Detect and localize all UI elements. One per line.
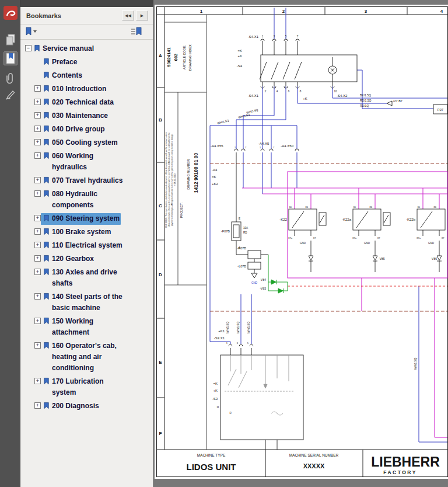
- bookmark-label[interactable]: 110 Electrical system: [52, 240, 123, 251]
- label-a4x5: -A4.X5: [258, 142, 270, 145]
- bookmark-item-090-steering-system[interactable]: + 090 Steering system: [20, 213, 152, 225]
- label-eqk-s3: =K: [213, 382, 218, 385]
- expand-plus-icon[interactable]: +: [34, 139, 41, 145]
- bookmark-item-020-technical-data[interactable]: + 020 Technical data: [20, 97, 152, 109]
- bookmark-label[interactable]: 020 Technical data: [52, 97, 114, 108]
- bookmark-item-100-brake-system[interactable]: + 100 Brake system: [20, 227, 152, 238]
- expand-plus-icon[interactable]: +: [34, 177, 41, 183]
- pin-2: 2: [265, 90, 267, 93]
- bookmark-label[interactable]: 160 Operator's cab, heating and air cond…: [52, 340, 125, 374]
- bookmark-label[interactable]: 100 Brake system: [52, 227, 111, 238]
- bookmark-flag-icon: [43, 214, 50, 222]
- bookmark-label[interactable]: 030 Maintenance: [52, 110, 108, 121]
- drawing-index-value: 002: [173, 54, 178, 61]
- expand-plus-icon[interactable]: +: [34, 112, 41, 119]
- bookmark-item-130-axles[interactable]: + 130 Axles and drive shafts: [20, 267, 152, 290]
- expand-plus-icon[interactable]: +: [34, 190, 41, 197]
- bookmark-label[interactable]: Contents: [52, 70, 82, 81]
- pin-x55-1: 1: [235, 146, 236, 149]
- bookmark-item-120-gearbox[interactable]: + 120 Gearbox: [20, 253, 152, 265]
- magenta-wires: [242, 172, 447, 437]
- bookmark-label[interactable]: 060 Working hydraulics: [52, 151, 125, 173]
- bookmark-flag-icon: [43, 293, 50, 300]
- panel-collapse-button[interactable]: ◀◀: [122, 11, 134, 20]
- bookmark-label[interactable]: 120 Gearbox: [52, 253, 94, 265]
- expand-plus-icon[interactable]: +: [34, 242, 41, 248]
- page-thumbnails-icon[interactable]: [4, 33, 18, 47]
- row-label-c: C: [159, 203, 162, 208]
- bookmark-item-service-manual[interactable]: − Service manual: [20, 43, 152, 55]
- label-rd: RD: [243, 231, 247, 234]
- navigation-toolstrip: [0, 0, 20, 487]
- small-note: © 06.03.2013: [174, 173, 176, 186]
- label-v85: -V85: [379, 257, 385, 260]
- expand-plus-icon[interactable]: +: [34, 402, 41, 409]
- expand-plus-icon[interactable]: +: [34, 228, 41, 235]
- expand-plus-icon[interactable]: +: [34, 342, 41, 349]
- expand-plus-icon[interactable]: +: [34, 293, 41, 300]
- expand-plus-icon[interactable]: +: [34, 152, 41, 159]
- bookmark-item-150-working-attachment[interactable]: + 150 Working attachment: [20, 316, 152, 339]
- collapse-minus-icon[interactable]: −: [25, 45, 32, 51]
- s3-internal-mechanism: [225, 355, 295, 415]
- pin-10: 10: [334, 90, 337, 93]
- label-v83: -V83: [260, 287, 266, 290]
- bookmark-label[interactable]: 050 Cooling system: [52, 137, 118, 148]
- expand-plus-icon[interactable]: +: [34, 255, 41, 262]
- app-icon[interactable]: [4, 6, 18, 20]
- bookmark-label[interactable]: 150 Working attachment: [52, 316, 125, 338]
- bookmark-label[interactable]: 130 Axles and drive shafts: [52, 267, 125, 289]
- expand-plus-icon[interactable]: +: [34, 215, 41, 221]
- bookmark-item-contents[interactable]: Contents: [20, 70, 152, 82]
- pin-s3-5: 5: [247, 342, 249, 345]
- label-gnd-blue: GND: [251, 281, 258, 284]
- bookmark-label[interactable]: 010 Introduction: [52, 84, 106, 95]
- attachments-icon[interactable]: [4, 71, 18, 85]
- expand-current-bookmark-icon[interactable]: [131, 27, 146, 39]
- bookmark-item-070-travel-hydraulics[interactable]: + 070 Travel hydraulics: [20, 175, 152, 187]
- label-plusk2: +K2: [212, 182, 219, 186]
- bookmark-options-icon[interactable]: [25, 27, 39, 39]
- bookmark-label[interactable]: 040 Drive group: [52, 124, 105, 135]
- bookmark-item-170-lubrication[interactable]: + 170 Lubrication system: [20, 376, 152, 399]
- bookmark-item-preface[interactable]: Preface: [20, 57, 152, 68]
- bookmark-item-050-cooling-system[interactable]: + 050 Cooling system: [20, 137, 152, 149]
- expand-plus-icon[interactable]: +: [34, 126, 41, 132]
- label-wh15q-2: WH/1.5Q: [238, 113, 251, 119]
- bookmark-flag-icon: [43, 317, 50, 325]
- bookmark-flag-icon: [43, 152, 50, 159]
- bookmark-item-200-diagnosis[interactable]: + 200 Diagnosis: [20, 401, 152, 412]
- expand-plus-icon[interactable]: +: [34, 85, 41, 92]
- bookmark-item-060-working-hydraulics[interactable]: + 060 Working hydraulics: [20, 151, 152, 173]
- pin-3: 3: [274, 35, 275, 38]
- bookmark-label[interactable]: Service manual: [43, 43, 94, 54]
- bookmark-item-010-introduction[interactable]: + 010 Introduction: [20, 84, 152, 95]
- bookmark-item-140-steel-parts[interactable]: + 140 Steel parts of the basic machine: [20, 291, 152, 314]
- bookmark-label[interactable]: 140 Steel parts of the basic machine: [52, 291, 125, 314]
- expand-plus-icon[interactable]: +: [34, 99, 41, 105]
- label-v86: -V86: [430, 257, 437, 260]
- bookmark-label[interactable]: 170 Lubrication system: [52, 376, 125, 398]
- expand-plus-icon[interactable]: +: [34, 318, 41, 324]
- label-s4x1-top: -S4.X1: [248, 35, 259, 39]
- bookmark-label[interactable]: 090 Steering system: [52, 213, 120, 224]
- expand-plus-icon[interactable]: +: [34, 269, 41, 275]
- bookmark-item-030-maintenance[interactable]: + 030 Maintenance: [20, 110, 152, 122]
- bookmark-label[interactable]: 080 Hydraulic components: [52, 189, 125, 211]
- expand-plus-icon[interactable]: +: [34, 378, 41, 384]
- pin-s3-1: 1: [226, 342, 228, 345]
- bookmark-flag-icon: [43, 377, 50, 385]
- pin-e: E: [239, 217, 240, 220]
- panel-expand-button[interactable]: ▶: [136, 11, 148, 20]
- bookmarks-panel-icon[interactable]: [4, 51, 18, 65]
- bookmark-item-080-hydraulic-components[interactable]: + 080 Hydraulic components: [20, 189, 152, 211]
- bookmark-label[interactable]: 070 Travel hydraulics: [52, 175, 123, 186]
- document-view[interactable]: 1 2 3 4 A B C D E F 93024141: [153, 0, 448, 487]
- bookmark-item-040-drive-group[interactable]: + 040 Drive group: [20, 124, 152, 135]
- bookmark-label[interactable]: 200 Diagnosis: [52, 401, 99, 412]
- bookmark-item-110-electrical-system[interactable]: + 110 Electrical system: [20, 240, 152, 252]
- signatures-icon[interactable]: [4, 88, 18, 102]
- bookmark-item-160-operators-cab[interactable]: + 160 Operator's cab, heating and air co…: [20, 340, 152, 374]
- label-bk15q: BK/1.5Q: [360, 93, 371, 97]
- bookmark-label[interactable]: Preface: [52, 57, 77, 68]
